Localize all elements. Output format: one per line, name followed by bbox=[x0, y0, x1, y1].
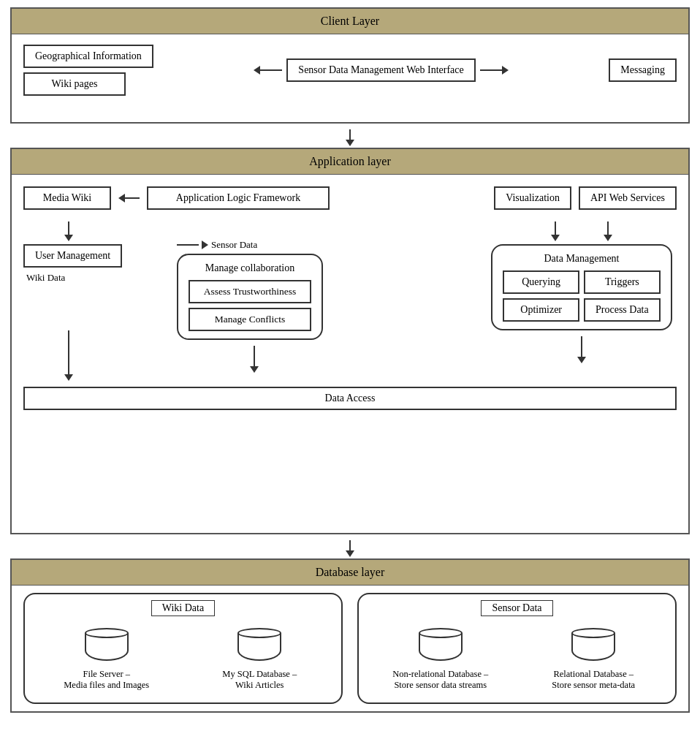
api-web-box: API Web Services bbox=[579, 186, 677, 210]
h-line-1 bbox=[260, 69, 282, 71]
collab-items: Assess Trustworthiness Manage Conflicts bbox=[189, 280, 311, 331]
mysql-item: My SQL Database –Wiki Articles bbox=[187, 628, 333, 691]
client-layer-header: Client Layer bbox=[12, 9, 688, 34]
architecture-diagram: Client Layer Geographical Information Wi… bbox=[10, 7, 690, 713]
rel-cylinder bbox=[571, 628, 615, 664]
optimizer-box: Optimizer bbox=[503, 298, 579, 322]
client-layer-box: Client Layer Geographical Information Wi… bbox=[10, 7, 690, 124]
arrow-app-to-db bbox=[10, 540, 690, 557]
nonrel-cylinder bbox=[419, 628, 463, 664]
right-col: Data Management Querying Triggers Optimi… bbox=[487, 221, 677, 381]
app-row1: Media Wiki Application Logic Framework V… bbox=[23, 186, 677, 210]
sensor-group-label: Sensor Data bbox=[481, 600, 552, 616]
wiki-pages-box: Wiki pages bbox=[23, 72, 126, 96]
app-layer-title: Application layer bbox=[309, 155, 391, 167]
nonrel-label: Non-relational Database –Store sensor da… bbox=[392, 669, 488, 691]
process-data-box: Process Data bbox=[584, 298, 661, 322]
datamgmt-grid: Querying Triggers Optimizer Process Data bbox=[503, 270, 660, 322]
arrow-to-messaging bbox=[502, 66, 509, 75]
sensor-group: Sensor Data Non-relational Database –Sto… bbox=[357, 593, 677, 704]
wiki-group-label: Wiki Data bbox=[151, 600, 215, 616]
nonrel-db-item: Non-relational Database –Store sensor da… bbox=[368, 628, 514, 691]
media-wiki-box: Media Wiki bbox=[23, 186, 111, 210]
mysql-label: My SQL Database –Wiki Articles bbox=[222, 669, 297, 691]
arrow-client-to-app bbox=[10, 129, 690, 146]
wiki-group: Wiki Data File Server –Media files and I… bbox=[23, 593, 343, 704]
data-access-row: Data Access bbox=[23, 387, 677, 410]
h-line-2 bbox=[480, 69, 502, 71]
datamgmt-title: Data Management bbox=[503, 253, 660, 265]
sensor-web-box: Sensor Data Management Web Interface bbox=[286, 58, 475, 82]
visualization-box: Visualization bbox=[494, 186, 571, 210]
app-logic-box: Application Logic Framework bbox=[147, 186, 330, 210]
collab-title: Manage collaboration bbox=[189, 262, 311, 274]
wiki-group-items: File Server –Media files and Images My S… bbox=[34, 628, 332, 691]
app-layer-box: Application layer Media Wiki Application… bbox=[10, 148, 690, 534]
wiki-group-label-container: Wiki Data bbox=[34, 600, 332, 616]
file-server-label: File Server –Media files and Images bbox=[64, 669, 149, 691]
middle-col: Sensor Data Manage collaboration Assess … bbox=[177, 221, 323, 381]
client-top-row: Geographical Information Wiki pages Sens… bbox=[23, 45, 677, 96]
left-col: User Management Wiki Data bbox=[23, 221, 170, 381]
mysql-cylinder bbox=[237, 628, 281, 664]
db-layer-title: Database layer bbox=[316, 566, 385, 578]
wiki-data-label: Wiki Data bbox=[26, 272, 65, 284]
sensor-group-items: Non-relational Database –Store sensor da… bbox=[368, 628, 666, 691]
collab-box: Manage collaboration Assess Trustworthin… bbox=[177, 254, 323, 340]
rel-db-item: Relational Database –Store sensor meta-d… bbox=[521, 628, 667, 691]
rel-label: Relational Database –Store sensor meta-d… bbox=[552, 669, 635, 691]
db-layer-box: Database layer Wiki Data File Server –Me… bbox=[10, 558, 690, 713]
sensor-group-label-container: Sensor Data bbox=[368, 600, 666, 616]
messaging-box: Messaging bbox=[609, 58, 677, 82]
app-layer-header: Application layer bbox=[12, 149, 688, 175]
querying-box: Querying bbox=[503, 270, 579, 294]
data-access-box: Data Access bbox=[23, 387, 677, 410]
manage-conflicts-box: Manage Conflicts bbox=[189, 308, 311, 331]
geo-info-box: Geographical Information bbox=[23, 45, 153, 68]
db-layer-content: Wiki Data File Server –Media files and I… bbox=[12, 586, 688, 711]
file-server-item: File Server –Media files and Images bbox=[34, 628, 180, 691]
app-row2: User Management Wiki Data bbox=[23, 221, 677, 381]
datamgmt-box: Data Management Querying Triggers Optimi… bbox=[491, 244, 672, 330]
sensor-data-label: Sensor Data bbox=[211, 239, 257, 251]
client-layer-content: Geographical Information Wiki pages Sens… bbox=[12, 34, 688, 122]
file-server-cylinder bbox=[85, 628, 129, 664]
triggers-box: Triggers bbox=[584, 270, 661, 294]
assess-box: Assess Trustworthiness bbox=[189, 280, 311, 303]
user-mgmt-box: User Management bbox=[23, 244, 122, 268]
db-layer-header: Database layer bbox=[12, 560, 688, 586]
app-layer-content: Media Wiki Application Logic Framework V… bbox=[12, 175, 688, 533]
arrow-to-geo bbox=[254, 66, 260, 75]
client-layer-title: Client Layer bbox=[321, 15, 379, 27]
